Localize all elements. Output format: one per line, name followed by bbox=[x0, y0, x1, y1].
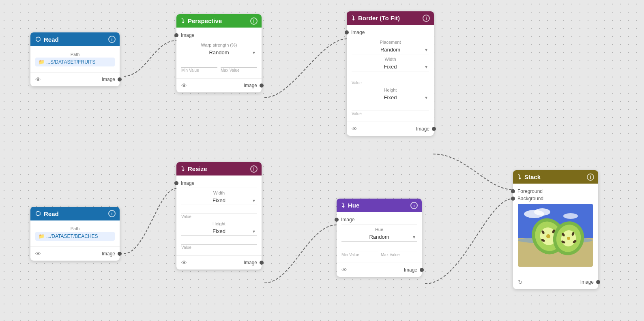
stack-footer: ↻ Image bbox=[513, 275, 598, 289]
border-width-select-wrapper: Fixed Random bbox=[352, 62, 429, 71]
hue-input-port[interactable] bbox=[335, 218, 339, 222]
read2-info-button[interactable]: i bbox=[108, 210, 116, 217]
perspective-title: Perspective bbox=[188, 17, 222, 24]
read1-info-button[interactable]: i bbox=[108, 36, 116, 43]
resize-info-button[interactable]: i bbox=[250, 165, 258, 173]
perspective-node: ⤵ Perspective i Image Warp strength (%) … bbox=[176, 14, 262, 92]
resize-output-port[interactable] bbox=[260, 261, 264, 265]
hue-footer: 👁 Image bbox=[337, 263, 422, 277]
resize-height-select[interactable]: Fixed Random bbox=[181, 227, 257, 236]
border-info-button[interactable]: i bbox=[423, 15, 430, 22]
perspective-header: ⤵ Perspective i bbox=[176, 14, 262, 28]
perspective-warp-select-wrapper: Random Fixed bbox=[181, 48, 257, 57]
resize-input-port[interactable] bbox=[174, 181, 178, 185]
hue-output-port[interactable] bbox=[420, 268, 424, 272]
border-height-label: Height bbox=[352, 88, 429, 92]
stack-image-preview bbox=[518, 204, 593, 267]
stack-bg-port[interactable] bbox=[511, 197, 515, 201]
border-height-select[interactable]: Fixed Random bbox=[352, 93, 429, 102]
perspective-input-port[interactable] bbox=[174, 33, 178, 37]
stack-bg-label: Background bbox=[517, 196, 543, 201]
conn-read2-resize bbox=[124, 188, 176, 254]
perspective-warp-select[interactable]: Random Fixed bbox=[181, 48, 257, 57]
border-input-port[interactable] bbox=[345, 30, 349, 34]
kiwi-svg bbox=[518, 204, 593, 267]
perspective-info-button[interactable]: i bbox=[250, 17, 258, 25]
resize-eye-icon[interactable]: 👁 bbox=[181, 259, 187, 266]
read1-output-port[interactable] bbox=[118, 77, 122, 81]
read1-body: Path 📁 ...S/DATASET/FRUITS bbox=[30, 46, 120, 71]
border-width-sublabel: Value bbox=[352, 81, 429, 85]
hue-eye-icon[interactable]: 👁 bbox=[341, 267, 347, 273]
perspective-min-col: 50 Min Value bbox=[181, 60, 217, 73]
conn-hue-stack-bg bbox=[425, 199, 513, 284]
resize-height-sublabel: Value bbox=[181, 245, 257, 250]
resize-input-label: Image bbox=[181, 180, 194, 186]
perspective-min-input[interactable]: 50 bbox=[181, 60, 217, 68]
border-placement-select-wrapper: Random Fixed bbox=[352, 45, 429, 54]
resize-icon: ⤵ bbox=[181, 165, 185, 172]
border-width-input[interactable]: 256 bbox=[352, 72, 429, 80]
perspective-input-row: Image bbox=[181, 32, 257, 38]
resize-width-sublabel: Value bbox=[181, 214, 257, 219]
resize-width-value-row: 256 Value bbox=[181, 206, 257, 219]
stack-fg-port[interactable] bbox=[511, 189, 515, 193]
stack-bg-row: Background bbox=[518, 196, 593, 201]
border-placement-select[interactable]: Random Fixed bbox=[352, 45, 429, 54]
read2-output-port[interactable] bbox=[118, 252, 122, 256]
read2-body: Path 📁 .../DATASET/BEACHES bbox=[30, 220, 120, 245]
stack-info-button[interactable]: i bbox=[587, 173, 594, 181]
read-node-2: ⬡ Read i Path 📁 .../DATASET/BEACHES 👁 Im… bbox=[30, 207, 120, 261]
hue-hue-label: Hue bbox=[341, 227, 417, 232]
resize-width-input[interactable]: 256 bbox=[181, 206, 257, 214]
stack-output-row: Image bbox=[580, 279, 593, 285]
resize-width-label: Width bbox=[181, 190, 257, 195]
hue-min-col: 0 Min Value bbox=[341, 244, 378, 257]
border-output-port[interactable] bbox=[432, 127, 436, 131]
read2-icon: ⬡ bbox=[35, 210, 41, 217]
perspective-max-input[interactable]: 100 bbox=[221, 60, 257, 68]
perspective-input-label: Image bbox=[181, 32, 194, 38]
hue-max-input[interactable]: 50 bbox=[381, 244, 417, 252]
read1-path-text: ...S/DATASET/FRUITS bbox=[46, 59, 96, 65]
read1-title: Read bbox=[44, 36, 59, 43]
border-eye-icon[interactable]: 👁 bbox=[352, 126, 357, 132]
read2-title: Read bbox=[44, 210, 59, 217]
read1-header: ⬡ Read i bbox=[30, 32, 120, 46]
conn-resize-hue bbox=[264, 225, 337, 283]
read1-eye-icon[interactable]: 👁 bbox=[35, 76, 41, 83]
border-output-row: Image bbox=[416, 126, 429, 132]
resize-output-label: Image bbox=[244, 260, 257, 265]
hue-select-wrapper: Random Fixed bbox=[341, 233, 417, 242]
read2-path-value[interactable]: 📁 .../DATASET/BEACHES bbox=[35, 232, 115, 241]
perspective-eye-icon[interactable]: 👁 bbox=[181, 82, 187, 89]
border-input-row: Image bbox=[352, 30, 429, 35]
border-width-select[interactable]: Fixed Random bbox=[352, 62, 429, 71]
conn-read1-perspective bbox=[124, 41, 176, 76]
hue-input-label: Image bbox=[341, 217, 354, 223]
hue-max-col: 50 Max Value bbox=[381, 244, 417, 257]
read2-path-text: .../DATASET/BEACHES bbox=[46, 233, 98, 239]
perspective-output-row: Image bbox=[244, 83, 257, 88]
perspective-warp-label: Warp strength (%) bbox=[181, 43, 257, 47]
resize-width-select[interactable]: Fixed Random bbox=[181, 196, 257, 205]
read1-path-value[interactable]: 📁 ...S/DATASET/FRUITS bbox=[35, 58, 115, 66]
hue-min-input[interactable]: 0 bbox=[341, 244, 378, 252]
resize-height-input[interactable]: 256 bbox=[181, 237, 257, 245]
hue-info-button[interactable]: i bbox=[410, 202, 418, 209]
border-height-sublabel: Value bbox=[352, 111, 429, 116]
perspective-body: Image Warp strength (%) Random Fixed 50 … bbox=[176, 28, 262, 77]
border-header: ⤵ Border (To Fit) i bbox=[347, 11, 434, 25]
read2-eye-icon[interactable]: 👁 bbox=[35, 250, 41, 257]
stack-output-label: Image bbox=[580, 279, 594, 285]
folder-icon-2: 📁 bbox=[39, 233, 45, 239]
border-height-input[interactable]: 256 bbox=[352, 103, 429, 111]
stack-output-port[interactable] bbox=[596, 280, 600, 284]
stack-refresh-icon[interactable]: ↻ bbox=[518, 279, 523, 285]
border-title: Border (To Fit) bbox=[358, 15, 400, 21]
hue-select[interactable]: Random Fixed bbox=[341, 233, 417, 242]
perspective-output-port[interactable] bbox=[260, 83, 264, 88]
hue-min-label: Min Value bbox=[341, 253, 378, 257]
resize-height-select-wrapper: Fixed Random bbox=[181, 227, 257, 236]
resize-node: ⤵ Resize i Image Width Fixed Random 256 … bbox=[176, 162, 262, 270]
